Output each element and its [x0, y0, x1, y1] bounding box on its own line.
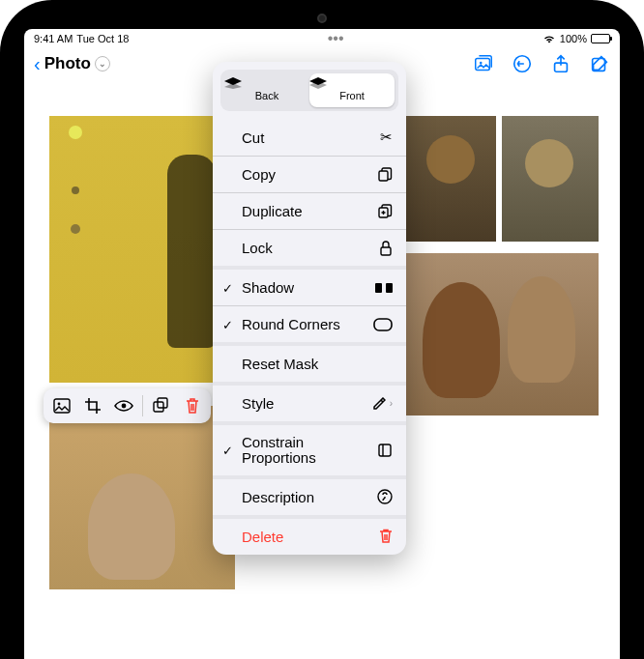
chevron-down-icon: ⌄ — [95, 56, 110, 72]
constrain-icon — [377, 443, 393, 458]
segment-front-label: Front — [339, 90, 365, 101]
photo-object[interactable] — [49, 406, 235, 589]
checkmark-icon: ✓ — [222, 280, 233, 295]
menu-item-shadow[interactable]: ✓ Shadow — [213, 266, 406, 305]
trash-icon[interactable] — [178, 392, 207, 419]
menu-item-label: Duplicate — [242, 203, 303, 219]
photo-object[interactable] — [49, 116, 235, 383]
checkmark-icon: ✓ — [222, 317, 233, 331]
svg-rect-15 — [374, 319, 392, 330]
stack-icon[interactable] — [147, 392, 176, 419]
stack-front-icon — [309, 77, 395, 89]
menu-item-label: Copy — [242, 166, 276, 183]
menu-item-copy[interactable]: Copy — [213, 156, 406, 192]
menu-item-round-corners[interactable]: ✓ Round Corners — [213, 305, 406, 342]
menu-item-cut[interactable]: Cut ✂ — [213, 119, 406, 156]
status-time: 9:41 AM — [34, 33, 73, 44]
crop-icon[interactable] — [78, 392, 107, 419]
svg-rect-13 — [375, 283, 382, 293]
screen: 9:41 AM Tue Oct 18 ••• 100% ‹ Photo ⌄ — [24, 29, 620, 659]
segment-front[interactable]: Front — [309, 73, 395, 107]
canvas[interactable]: Back Front Cut ✂ Copy — [24, 81, 620, 659]
lock-icon — [379, 241, 393, 256]
menu-item-delete[interactable]: Delete — [213, 515, 406, 555]
svg-point-7 — [122, 404, 127, 409]
photo-object[interactable] — [502, 116, 599, 242]
page-title-label: Photo — [44, 54, 91, 73]
menu-item-duplicate[interactable]: Duplicate — [213, 192, 406, 229]
trash-icon — [379, 529, 393, 544]
menu-item-description[interactable]: Description — [213, 475, 406, 515]
menu-item-label: Constrain Proportions — [242, 435, 377, 466]
copy-icon — [377, 167, 393, 183]
compose-button[interactable] — [589, 53, 610, 74]
shadow-icon — [375, 281, 393, 295]
menu-item-label: Reset Mask — [242, 356, 318, 372]
battery-icon — [591, 34, 610, 43]
selection-toolbar — [44, 388, 211, 423]
svg-rect-9 — [158, 398, 167, 408]
photo-object[interactable] — [399, 253, 599, 415]
status-date: Tue Oct 18 — [76, 33, 129, 44]
menu-item-label: Style — [242, 395, 274, 412]
visibility-icon[interactable] — [109, 392, 138, 419]
image-icon[interactable] — [47, 392, 76, 419]
context-popover: Back Front Cut ✂ Copy — [213, 62, 406, 555]
scissors-icon: ✂ — [380, 129, 393, 146]
status-bar: 9:41 AM Tue Oct 18 ••• 100% — [24, 29, 620, 46]
chevron-right-icon: › — [390, 398, 393, 409]
stack-back-icon — [224, 77, 309, 89]
context-menu: Cut ✂ Copy Duplicate — [213, 119, 406, 555]
menu-item-label: Lock — [242, 240, 273, 256]
svg-rect-16 — [379, 444, 391, 456]
info-icon — [377, 489, 393, 504]
menu-item-label: Description — [242, 489, 314, 505]
rounded-rect-icon — [373, 318, 393, 331]
page-title[interactable]: Photo ⌄ — [44, 54, 110, 73]
multitask-dots-icon[interactable]: ••• — [328, 30, 344, 47]
divider — [142, 395, 143, 416]
duplicate-icon — [377, 204, 393, 219]
eyedropper-icon: › — [372, 397, 393, 411]
undo-button[interactable] — [512, 53, 533, 74]
back-button[interactable]: ‹ — [34, 53, 41, 75]
svg-rect-12 — [381, 247, 391, 255]
photo-object[interactable] — [399, 116, 496, 242]
svg-rect-14 — [386, 283, 393, 293]
front-camera — [317, 14, 327, 23]
arrange-segmented-control: Back Front — [220, 70, 398, 111]
segment-back-label: Back — [255, 90, 278, 101]
menu-item-reset-mask[interactable]: Reset Mask — [213, 342, 406, 382]
segment-back[interactable]: Back — [224, 73, 309, 107]
menu-item-label: Round Corners — [242, 316, 340, 332]
share-button[interactable] — [550, 53, 571, 74]
wifi-icon — [542, 34, 556, 43]
menu-item-label: Shadow — [242, 279, 294, 296]
svg-point-6 — [58, 403, 61, 406]
checkmark-icon: ✓ — [222, 443, 233, 457]
menu-item-label: Delete — [242, 529, 283, 545]
menu-item-constrain-proportions[interactable]: ✓ Constrain Proportions — [213, 421, 406, 475]
menu-item-style[interactable]: Style › — [213, 382, 406, 421]
device-frame: 9:41 AM Tue Oct 18 ••• 100% ‹ Photo ⌄ — [0, 0, 644, 659]
insert-photo-button[interactable] — [473, 53, 494, 74]
svg-rect-8 — [154, 402, 163, 412]
battery-pct: 100% — [560, 33, 587, 44]
menu-item-label: Cut — [242, 129, 264, 146]
svg-rect-10 — [379, 171, 388, 181]
menu-item-lock[interactable]: Lock — [213, 229, 406, 266]
